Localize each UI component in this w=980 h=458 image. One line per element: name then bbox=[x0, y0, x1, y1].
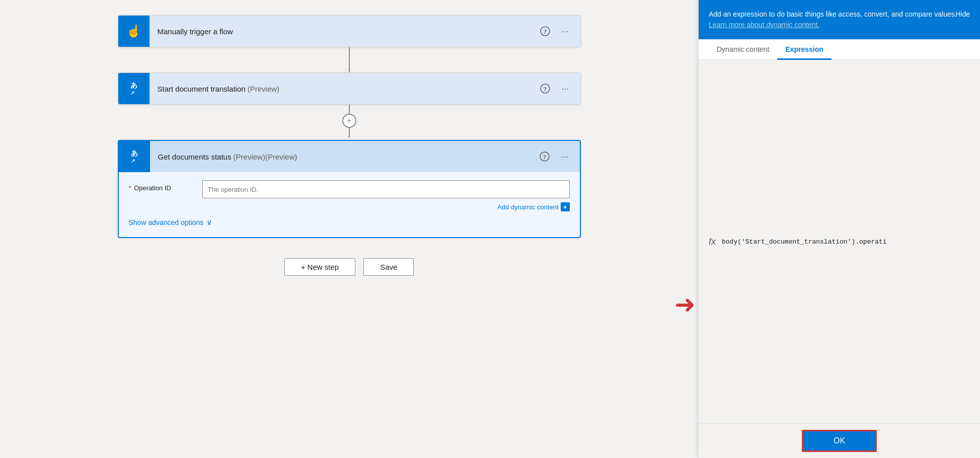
expression-input-area: fx bbox=[699, 60, 980, 423]
operation-id-label: * Operation ID bbox=[129, 180, 194, 192]
panel-header: Add an expression to do basic things lik… bbox=[699, 0, 980, 39]
panel-footer: OK bbox=[699, 423, 980, 458]
step-get-status-more-btn[interactable]: ··· bbox=[558, 149, 572, 164]
ok-button[interactable]: OK bbox=[802, 430, 877, 452]
tab-dynamic-content[interactable]: Dynamic content bbox=[709, 39, 777, 60]
add-dynamic-content-row: Add dynamic content + bbox=[129, 202, 570, 211]
add-dynamic-badge: + bbox=[561, 202, 570, 211]
step-get-status-preview: (Preview) bbox=[234, 152, 265, 161]
step-start-translation-help-btn[interactable]: ? bbox=[538, 82, 552, 96]
step-get-status-body: * Operation ID Add dynamic content + Sho… bbox=[119, 172, 580, 237]
step-trigger-help-btn[interactable]: ? bbox=[538, 24, 552, 38]
step-trigger-icon: ☝ bbox=[118, 16, 149, 47]
hand-icon: ☝ bbox=[126, 24, 141, 38]
required-star: * bbox=[129, 184, 131, 192]
step-start-translation-preview: (Preview) bbox=[248, 85, 279, 93]
connector-arrow-2: ↓ bbox=[347, 129, 351, 140]
connector-1: ↓ bbox=[349, 47, 350, 72]
fx-icon: fx bbox=[709, 237, 716, 247]
bottom-buttons: + New step Save bbox=[284, 258, 414, 276]
flow-container: ☝ Manually trigger a flow ? ··· bbox=[110, 15, 588, 276]
right-panel: Add an expression to do basic things lik… bbox=[698, 0, 980, 458]
step-trigger-card: ☝ Manually trigger a flow ? ··· bbox=[118, 15, 581, 47]
step-get-status-card: あ↗ Get documents status (Preview)(Previe… bbox=[118, 140, 581, 238]
step-trigger-header: ☝ Manually trigger a flow ? ··· bbox=[118, 16, 580, 47]
operation-id-row: * Operation ID bbox=[129, 180, 570, 198]
panel-hide-btn[interactable]: Hide bbox=[955, 9, 970, 20]
panel-body: fx bbox=[699, 60, 980, 423]
add-step-btn[interactable]: + bbox=[342, 114, 356, 128]
step-get-status-icon: あ↗ bbox=[119, 141, 150, 172]
show-advanced-options-btn[interactable]: Show advanced options ∨ bbox=[129, 217, 570, 227]
step-get-status-actions: ? ··· bbox=[538, 149, 580, 164]
step-start-translation-icon: あ↗ bbox=[118, 73, 149, 104]
step-get-status-help-btn[interactable]: ? bbox=[538, 149, 552, 164]
panel-learn-more-link[interactable]: Learn more about dynamic content. bbox=[709, 21, 819, 29]
chevron-down-icon: ∨ bbox=[206, 217, 212, 227]
svg-text:?: ? bbox=[543, 153, 546, 161]
arrow-right-icon: ➜ bbox=[674, 292, 696, 317]
save-button[interactable]: Save bbox=[363, 258, 414, 276]
step-trigger-title: Manually trigger a flow bbox=[149, 27, 538, 36]
tab-expression[interactable]: Expression bbox=[777, 39, 831, 60]
add-dynamic-content-link[interactable]: Add dynamic content + bbox=[497, 202, 569, 211]
step-trigger-actions: ? ··· bbox=[538, 24, 580, 38]
svg-text:?: ? bbox=[543, 85, 547, 93]
step-start-translation-more-btn[interactable]: ··· bbox=[558, 82, 572, 96]
step-get-status-title: Get documents status (Preview)(Preview) bbox=[150, 152, 538, 161]
arrow-right-container: ➜ bbox=[674, 292, 696, 317]
connector-plus: + ↓ bbox=[342, 105, 356, 140]
new-step-button[interactable]: + New step bbox=[284, 258, 355, 276]
step-start-translation-title: Start document translation (Preview) bbox=[149, 85, 538, 93]
operation-id-input[interactable] bbox=[202, 180, 570, 198]
expression-input[interactable] bbox=[722, 238, 970, 246]
connector-arrow-1: ↓ bbox=[347, 62, 351, 72]
step-get-status-header: あ↗ Get documents status (Preview)(Previe… bbox=[119, 141, 580, 172]
step-start-translation-header: あ↗ Start document translation (Preview) … bbox=[118, 73, 580, 104]
step-trigger-more-btn[interactable]: ··· bbox=[558, 24, 572, 38]
step-start-translation-card: あ↗ Start document translation (Preview) … bbox=[118, 72, 581, 105]
svg-text:?: ? bbox=[543, 28, 547, 35]
panel-tabs: Dynamic content Expression bbox=[699, 39, 980, 60]
main-canvas: ☝ Manually trigger a flow ? ··· bbox=[0, 0, 698, 458]
step-start-translation-actions: ? ··· bbox=[538, 82, 580, 96]
panel-header-text: Add an expression to do basic things lik… bbox=[709, 10, 957, 29]
